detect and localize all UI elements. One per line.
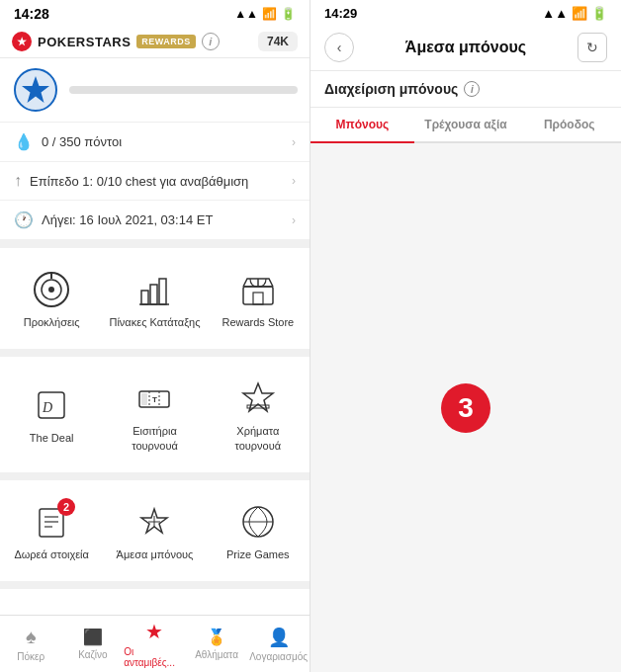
chevron-right-icon-2: ›	[292, 174, 296, 188]
svg-rect-9	[159, 279, 166, 304]
clock-icon: 🕐	[14, 210, 34, 229]
menu-grid-4: Δωρεάν περιστροφές Chest	[0, 589, 310, 615]
info-rows: 💧 0 / 350 πόντοι › ↑ Επίπεδο 1: 0/10 che…	[0, 122, 310, 240]
progress-bar	[69, 86, 298, 94]
rewards-tab-label: Οι ανταμιβές...	[124, 646, 186, 668]
signal-icon: ▲▲	[234, 7, 258, 21]
points-text: 0 / 350 πόντοι	[42, 134, 122, 149]
svg-rect-7	[141, 291, 148, 304]
right-wifi-icon: 📶	[572, 6, 587, 21]
back-button[interactable]: ‹	[324, 33, 354, 62]
refresh-icon: ↻	[586, 40, 598, 55]
menu-item-dorea-peristrofes[interactable]: Δωρεάν περιστροφές	[0, 599, 103, 615]
menu-item-the-deal[interactable]: D The Deal	[0, 367, 103, 462]
xrimata-label: Χρήματα τουρνουά	[213, 424, 304, 453]
menu-item-amesa-mponus[interactable]: Άμεσα μπόνους	[103, 490, 206, 571]
points-row[interactable]: 💧 0 / 350 πόντοι ›	[0, 123, 310, 162]
tab-trexousa[interactable]: Τρέχουσα αξία	[414, 108, 518, 143]
svg-rect-13	[253, 293, 263, 304]
menu-item-chest[interactable]: Chest	[103, 599, 206, 615]
right-subtitle-bar: Διαχείριση μπόνους i	[310, 71, 621, 108]
info-icon[interactable]: i	[202, 33, 220, 50]
left-status-bar: 14:28 ▲▲ 📶 🔋	[0, 0, 310, 26]
svg-text:T: T	[152, 395, 157, 404]
menu-item-pinakes[interactable]: Πίνακες Κατάταξης	[103, 258, 206, 339]
right-top-nav: ‹ Άμεσα μπόνους ↻	[310, 25, 621, 71]
prize-games-label: Prize Games	[226, 547, 290, 561]
svg-rect-20	[141, 393, 147, 405]
menu-item-empty	[207, 599, 310, 615]
deal-label: The Deal	[30, 431, 74, 445]
svg-point-5	[48, 287, 54, 293]
content-badge: 3	[441, 383, 490, 433]
rewards-badge: REWARDS	[136, 35, 196, 48]
menu-item-prize-games[interactable]: Prize Games	[207, 490, 310, 571]
wifi-icon: 📶	[262, 7, 277, 21]
right-battery-icon: 🔋	[591, 6, 607, 21]
tab-poker[interactable]: ♠ Πόκερ	[0, 616, 62, 672]
blue-star-icon	[12, 66, 59, 114]
left-time: 14:28	[14, 6, 49, 22]
left-status-icons: ▲▲ 📶 🔋	[234, 7, 296, 21]
brand-name: POKERSTARS	[38, 35, 131, 49]
back-icon: ‹	[337, 40, 342, 55]
level-icon: ↑	[14, 172, 22, 190]
right-signal-icon: ▲▲	[542, 6, 568, 21]
star-section	[0, 58, 310, 122]
menu-item-dorea-stoixeia[interactable]: 2 Δωρεά στοιχεία	[0, 490, 103, 571]
level-text: Επίπεδο 1: 0/10 chest για αναβάθμιση	[30, 174, 248, 189]
tab-mponus[interactable]: Μπόνους	[310, 108, 414, 143]
points-badge[interactable]: 74K	[258, 32, 298, 51]
tab-casino[interactable]: ⬛ Καζίνο	[62, 616, 125, 672]
pinakes-label: Πίνακες Κατάταξης	[109, 315, 200, 329]
right-page-title: Άμεσα μπόνους	[405, 39, 526, 56]
athlima-icon: 🏅	[207, 628, 226, 646]
eisiteria-label: Εισιτήρια τουρνουά	[109, 424, 200, 453]
separator-4	[0, 581, 310, 589]
menu-item-xrimata[interactable]: Χρήματα τουρνουά	[207, 367, 310, 462]
tab-account[interactable]: 👤 Λογαριασμός	[247, 616, 310, 672]
tab-bar: ♠ Πόκερ ⬛ Καζίνο ★ Οι ανταμιβές... 🏅 Αθλ…	[0, 615, 310, 672]
pokerstars-logo: ★ POKERSTARS REWARDS i	[12, 32, 220, 51]
right-content: 3	[310, 143, 621, 672]
menu-item-eisiteria[interactable]: T Εισιτήρια τουρνουά	[103, 367, 206, 462]
casino-icon: ⬛	[83, 628, 103, 646]
chevron-right-icon-3: ›	[292, 213, 296, 227]
poker-label: Πόκερ	[17, 651, 44, 662]
left-top-nav: ★ POKERSTARS REWARDS i 74K	[0, 26, 310, 58]
right-panel: 14:29 ▲▲ 📶 🔋 ‹ Άμεσα μπόνους ↻ Διαχείρισ…	[310, 0, 621, 672]
menu-item-prokliseis[interactable]: Προκλήσεις	[0, 258, 103, 339]
expiry-row[interactable]: 🕐 Λήγει: 16 Ιουλ 2021, 03:14 ET ›	[0, 201, 310, 240]
menu-section: Προκλήσεις Πίνακες Κατάταξης	[0, 240, 310, 615]
menu-grid-3: 2 Δωρεά στοιχεία Άμεσα μπόνους	[0, 480, 310, 581]
dorea-badge: 2	[57, 498, 75, 516]
right-tabs: Μπόνους Τρέχουσα αξία Πρόοδος	[310, 108, 621, 143]
tab-proodios[interactable]: Πρόοδος	[517, 108, 621, 143]
rewards-tab-icon: ★	[145, 620, 163, 643]
tab-rewards[interactable]: ★ Οι ανταμιβές...	[124, 616, 186, 672]
level-row[interactable]: ↑ Επίπεδο 1: 0/10 chest για αναβάθμιση ›	[0, 162, 310, 201]
right-subtitle: Διαχείριση μπόνους	[324, 81, 458, 97]
tab-athlima[interactable]: 🏅 Αθλήματα	[186, 616, 248, 672]
svg-rect-8	[150, 285, 157, 304]
amesa-mponus-label: Άμεσα μπόνους	[117, 547, 194, 561]
expiry-text: Λήγει: 16 Ιουλ 2021, 03:14 ET	[42, 212, 213, 227]
chevron-right-icon: ›	[292, 135, 296, 149]
account-label: Λογαριασμός	[249, 651, 308, 662]
menu-item-rewards-store[interactable]: Rewards Store	[207, 258, 310, 339]
athlima-label: Αθλήματα	[195, 649, 238, 660]
drop-icon: 💧	[14, 132, 34, 151]
poker-icon: ♠	[26, 626, 37, 648]
svg-text:D: D	[42, 400, 52, 415]
refresh-button[interactable]: ↻	[577, 33, 607, 62]
right-status-bar: 14:29 ▲▲ 📶 🔋	[310, 0, 621, 25]
progress-section	[69, 86, 298, 94]
dorea-stoixeia-label: Δωρεά στοιχεία	[14, 547, 89, 561]
menu-grid-1: Προκλήσεις Πίνακες Κατάταξης	[0, 248, 310, 349]
account-icon: 👤	[268, 627, 290, 648]
left-panel: 14:28 ▲▲ 📶 🔋 ★ POKERSTARS REWARDS i 74K	[0, 0, 310, 672]
rewards-store-label: Rewards Store	[222, 315, 294, 329]
separator-3	[0, 472, 310, 480]
separator-1	[0, 240, 310, 248]
subtitle-info-icon[interactable]: i	[464, 81, 480, 97]
